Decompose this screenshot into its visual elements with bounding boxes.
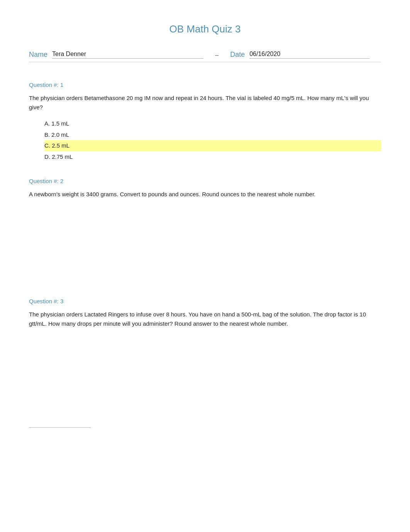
questions-container: Question #: 1The physician orders Betame… <box>29 82 381 412</box>
question-text-1: The physician orders Betamethasone 20 mg… <box>29 93 381 112</box>
name-section: Name Tera Denner – <box>29 51 230 59</box>
separator: – <box>215 52 219 59</box>
question-text-2: A newborn's weight is 3400 grams. Conver… <box>29 190 381 199</box>
question-text-3: The physician orders Lactated Ringers to… <box>29 310 381 328</box>
date-label: Date <box>230 51 245 59</box>
blank-space-2 <box>29 205 381 282</box>
name-label: Name <box>29 51 47 59</box>
question-block-2: Question #: 2A newborn's weight is 3400 … <box>29 178 381 282</box>
blank-space-3 <box>29 335 381 412</box>
name-value: Tera Denner <box>52 51 203 59</box>
answer-choice-1-0: A. 1.5 mL <box>44 118 381 129</box>
header-row: Name Tera Denner – Date 06/16/2020 <box>29 51 381 62</box>
question-number-1: Question #: 1 <box>29 82 381 88</box>
answer-choices-1: A. 1.5 mLB. 2.0 mLC. 2.5 mLD. 2.75 mL <box>44 118 381 162</box>
answer-choice-1-3: D. 2.75 mL <box>44 151 381 163</box>
date-value: 06/16/2020 <box>249 51 369 59</box>
date-section: Date 06/16/2020 <box>230 51 381 59</box>
question-block-3: Question #: 3The physician orders Lactat… <box>29 298 381 412</box>
answer-choice-1-1: B. 2.0 mL <box>44 129 381 141</box>
answer-choice-1-2: C. 2.5 mL <box>44 140 381 151</box>
question-number-3: Question #: 3 <box>29 298 381 304</box>
question-number-2: Question #: 2 <box>29 178 381 184</box>
footer-line <box>29 427 91 428</box>
question-block-1: Question #: 1The physician orders Betame… <box>29 82 381 162</box>
page-title: OB Math Quiz 3 <box>29 23 381 35</box>
